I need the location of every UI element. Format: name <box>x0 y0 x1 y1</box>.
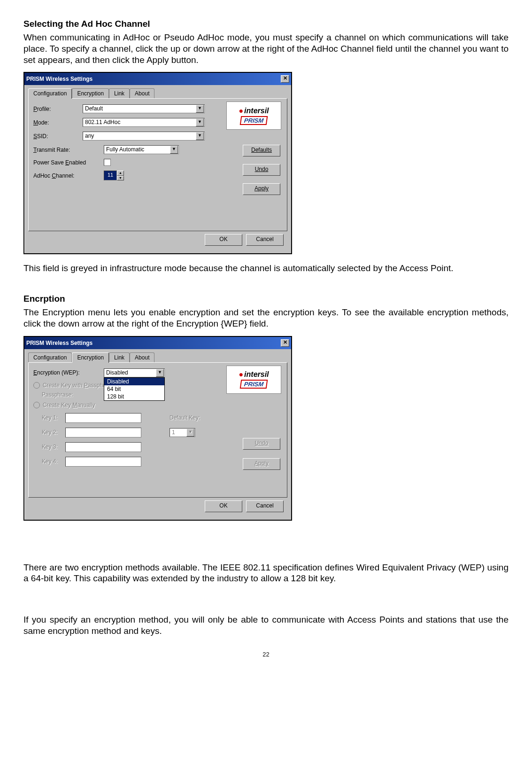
label-k2: Key 2: <box>42 429 65 436</box>
chevron-down-icon[interactable]: ▼ <box>196 118 204 126</box>
label-ckp: Create Key with Passphrase <box>43 382 114 389</box>
label-ckm: Create Key Manually <box>43 402 95 408</box>
key4-input <box>65 457 141 467</box>
key2-input <box>65 428 141 437</box>
radio-manual <box>33 402 40 408</box>
enc-option-128[interactable]: 128 bit <box>104 393 164 400</box>
encwep-combo[interactable]: Disabled ▼ <box>104 368 165 377</box>
para-2: This field is greyed in infrastructure m… <box>23 263 509 274</box>
ssid-combo[interactable]: any ▼ <box>83 132 205 141</box>
dialog-encryption: PRISM Wireless Settings ✕ Configuration … <box>23 336 292 521</box>
txrate-value: Fully Automatic <box>106 145 144 154</box>
label-k4: Key 4: <box>42 458 65 465</box>
para-3: The Encryption menu lets you enable encr… <box>23 307 509 329</box>
titlebar[interactable]: PRISM Wireless Settings ✕ <box>24 73 291 85</box>
defkey-combo: 1 ▼ <box>170 428 195 437</box>
label-k3: Key 3: <box>42 444 65 450</box>
para-5: If you specify an encryption method, you… <box>23 614 509 637</box>
enc-option-disabled[interactable]: Disabled <box>104 378 164 385</box>
logo-intersil: intersil <box>239 370 269 379</box>
undo-button: Undo <box>243 438 280 450</box>
chevron-down-icon[interactable]: ▼ <box>156 369 164 377</box>
label-profile: Profile: <box>33 106 83 112</box>
apply-button[interactable]: Apply <box>243 183 280 195</box>
pse-checkbox[interactable] <box>104 159 111 166</box>
window-title: PRISM Wireless Settings <box>26 340 93 346</box>
tab-panel-config: intersil PRISM Profile: Default ▼ Mode: … <box>28 98 287 231</box>
titlebar[interactable]: PRISM Wireless Settings ✕ <box>24 337 291 349</box>
apply-button: Apply <box>243 458 280 470</box>
label-txrate: Transmit Rate: <box>33 147 104 153</box>
tab-about[interactable]: About <box>130 352 154 363</box>
adhoc-value: 11 <box>104 171 117 180</box>
tab-link[interactable]: Link <box>109 88 130 99</box>
profile-value: Default <box>85 104 103 113</box>
logo-intersil: intersil <box>239 107 269 115</box>
undo-button[interactable]: Undo <box>243 164 280 176</box>
logo-prism: PRISM <box>240 116 268 125</box>
page-number: 22 <box>23 651 509 658</box>
mode-combo[interactable]: 802.11 AdHoc ▼ <box>83 118 205 127</box>
key1-input <box>65 413 141 423</box>
label-mode: Mode: <box>33 119 83 126</box>
tab-configuration[interactable]: Configuration <box>28 352 72 363</box>
close-icon[interactable]: ✕ <box>281 75 289 83</box>
chevron-down-icon[interactable]: ▼ <box>196 132 204 140</box>
close-icon[interactable]: ✕ <box>281 339 289 347</box>
tab-encryption[interactable]: Encryption <box>72 352 109 363</box>
ok-button[interactable]: OK <box>205 234 242 246</box>
cancel-button[interactable]: Cancel <box>246 234 284 246</box>
chevron-down-icon: ▼ <box>186 429 194 437</box>
radio-passphrase <box>33 382 40 389</box>
label-ssid: SSID: <box>33 133 83 140</box>
ok-button[interactable]: OK <box>205 500 242 512</box>
enc-option-64[interactable]: 64 bit <box>104 385 164 393</box>
label-k1: Key 1: <box>42 414 65 421</box>
defaults-button[interactable]: Defaults <box>243 145 280 156</box>
cancel-button[interactable]: Cancel <box>246 500 284 512</box>
dialog-config: PRISM Wireless Settings ✕ Configuration … <box>23 72 292 254</box>
mode-value: 802.11 AdHoc <box>85 118 120 127</box>
encwep-dropdown[interactable]: Disabled 64 bit 128 bit <box>104 377 165 401</box>
chevron-down-icon[interactable]: ▼ <box>196 105 204 113</box>
key3-input <box>65 442 141 452</box>
spin-up-icon[interactable]: ▲ <box>117 171 124 176</box>
tabstrip: Configuration Encryption Link About <box>28 88 287 98</box>
defkey-value: 1 <box>172 428 175 437</box>
txrate-combo[interactable]: Fully Automatic ▼ <box>104 145 179 154</box>
ssid-value: any <box>85 132 94 141</box>
label-pse: Power Save Enabled <box>33 159 104 166</box>
encwep-value: Disabled <box>106 368 128 377</box>
spin-down-icon[interactable]: ▼ <box>117 176 124 181</box>
adhoc-spinner[interactable]: 11 ▲ ▼ <box>104 171 124 180</box>
heading-enc: Encrption <box>23 294 509 304</box>
logo: intersil PRISM <box>226 101 281 130</box>
label-defkey: Default Key: <box>170 414 200 421</box>
heading-adhoc: Selecting the Ad Hoc Channel <box>23 19 509 29</box>
tabstrip: Configuration Encryption Link About <box>28 352 287 362</box>
para-1: When communicating in AdHoc or Pseudo Ad… <box>23 32 509 65</box>
tab-panel-enc: intersil PRISM Encryption (WEP): Disable… <box>28 362 287 498</box>
logo-prism: PRISM <box>240 380 268 389</box>
label-encwep: Encryption (WEP): <box>33 369 104 376</box>
label-pass: Passphrase: <box>42 391 84 398</box>
label-adhoc: AdHoc Channel: <box>33 172 104 179</box>
window-title: PRISM Wireless Settings <box>26 76 93 82</box>
tab-link[interactable]: Link <box>109 352 130 363</box>
tab-about[interactable]: About <box>130 88 154 99</box>
profile-combo[interactable]: Default ▼ <box>83 104 205 113</box>
tab-configuration[interactable]: Configuration <box>28 88 72 99</box>
para-4: There are two encryption methods availab… <box>23 562 509 585</box>
chevron-down-icon[interactable]: ▼ <box>170 146 178 154</box>
logo: intersil PRISM <box>226 366 281 394</box>
tab-encryption[interactable]: Encryption <box>72 88 109 99</box>
